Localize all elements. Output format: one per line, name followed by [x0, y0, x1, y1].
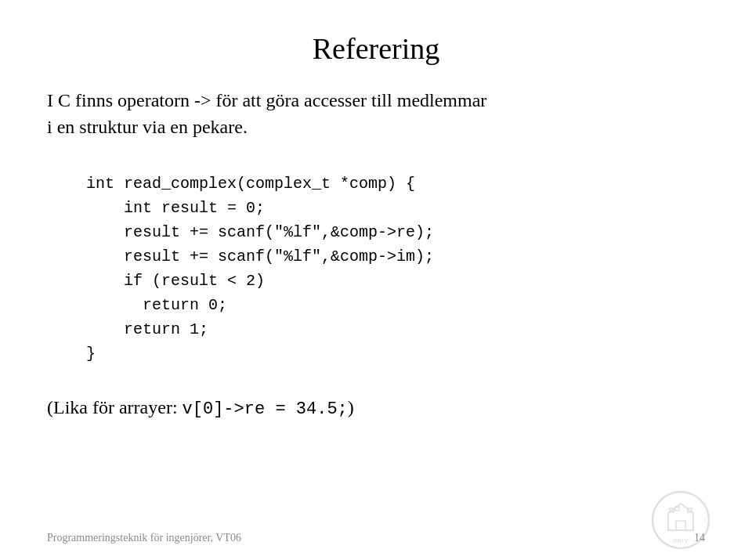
university-logo: UNIV — [650, 490, 713, 552]
slide: Referering I C finns operatorn -> för at… — [0, 0, 752, 560]
bottom-text-before: (Lika för arrayer: — [47, 397, 183, 417]
svg-rect-4 — [675, 507, 679, 511]
intro-line1: I C finns operatorn -> för att göra acce… — [47, 90, 486, 110]
logo-svg: UNIV — [650, 490, 711, 551]
svg-rect-2 — [676, 521, 685, 530]
svg-marker-1 — [668, 504, 693, 530]
footer-left: Programmeringsteknik för ingenjörer, VT0… — [47, 532, 241, 544]
code-line-8: } — [86, 345, 96, 363]
bottom-text: (Lika för arrayer: v[0]->re = 34.5;) — [47, 397, 705, 419]
code-line-6: return 0; — [86, 296, 227, 314]
code-block: int read_complex(complex_t *comp) { int … — [47, 164, 705, 374]
footer: Programmeringsteknik för ingenjörer, VT0… — [0, 532, 752, 544]
code-line-7: return 1; — [86, 320, 208, 338]
bottom-code: v[0]->re = 34.5; — [183, 399, 348, 419]
intro-line2: i en struktur via en pekare. — [47, 117, 248, 137]
code-line-1: int read_complex(complex_t *comp) { — [86, 175, 415, 193]
intro-paragraph: I C finns operatorn -> för att göra acce… — [47, 88, 705, 140]
svg-text:UNIV: UNIV — [673, 538, 689, 544]
code-line-3: result += scanf("%lf",&comp->re); — [86, 223, 434, 241]
code-line-2: int result = 0; — [86, 199, 265, 217]
code-line-5: if (result < 2) — [86, 272, 265, 290]
slide-title: Referering — [47, 31, 705, 66]
code-line-4: result += scanf("%lf",&comp->im); — [86, 247, 434, 266]
bottom-text-after: ) — [348, 397, 354, 417]
